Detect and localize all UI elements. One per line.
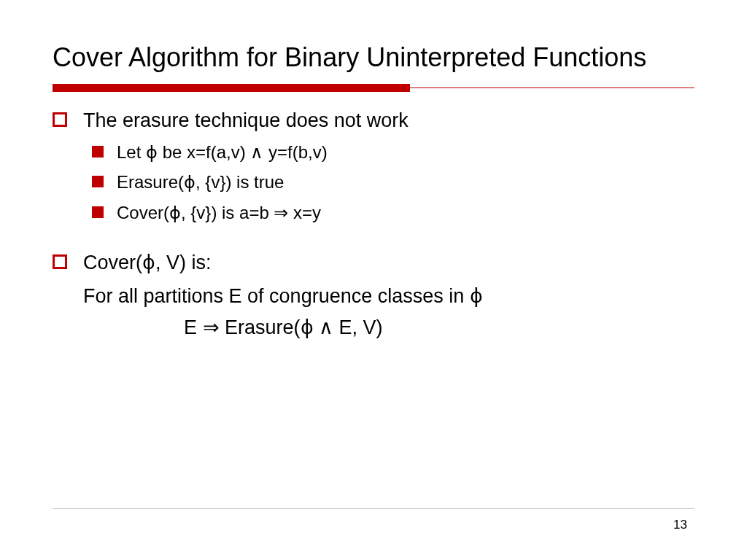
divider-thin [410, 88, 694, 88]
slide-title: Cover Algorithm for Binary Uninterpreted… [53, 41, 694, 74]
bullet-l1: Cover(ϕ, V) is: [53, 250, 694, 276]
page-number: 13 [673, 518, 687, 532]
bullet-l2: Erasure(ϕ, {v}) is true [53, 171, 694, 194]
divider-thick [53, 84, 410, 92]
bullet-text: The erasure technique does not work [83, 108, 409, 133]
bullet-l2: Cover(ϕ, {v}) is a=b ⇒ x=y [53, 201, 694, 225]
bullet-text: Cover(ϕ, {v}) is a=b ⇒ x=y [117, 201, 321, 225]
bullet-text: Cover(ϕ, V) is: [83, 250, 212, 276]
hollow-square-icon [53, 112, 67, 127]
bullet-l2: Let ϕ be x=f(a,v) ∧ y=f(b,v) [53, 141, 694, 164]
filled-square-icon [92, 206, 104, 218]
body-text: For all partitions E of congruence class… [53, 283, 694, 309]
bullet-l1: The erasure technique does not work [53, 108, 694, 133]
hollow-square-icon [53, 254, 67, 269]
footer-divider [53, 508, 694, 509]
slide-content: The erasure technique does not work Let … [53, 108, 694, 341]
slide: Cover Algorithm for Binary Uninterpreted… [0, 0, 747, 341]
filled-square-icon [92, 176, 104, 187]
bullet-text: Let ϕ be x=f(a,v) ∧ y=f(b,v) [117, 141, 328, 164]
title-divider [53, 84, 694, 92]
body-text: E ⇒ Erasure(ϕ ∧ E, V) [53, 314, 694, 341]
filled-square-icon [92, 146, 104, 158]
bullet-text: Erasure(ϕ, {v}) is true [117, 171, 284, 194]
